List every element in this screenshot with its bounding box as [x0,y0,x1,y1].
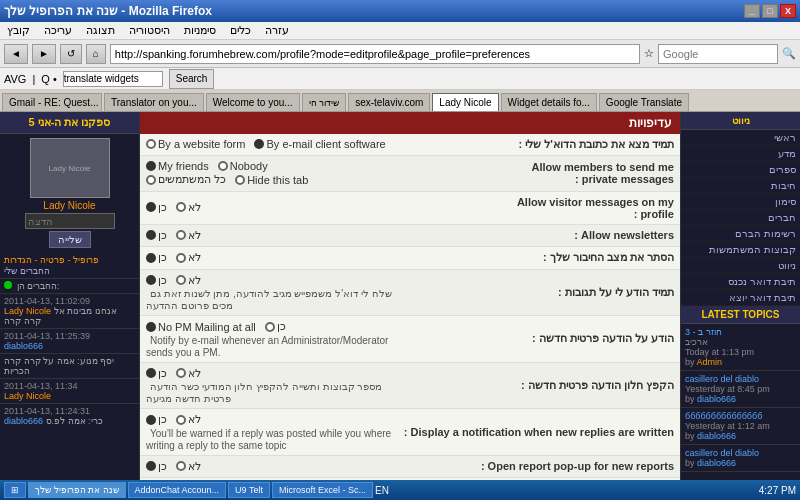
search-button[interactable]: Search [169,69,215,89]
tab-broadcast[interactable]: שידור חי [302,93,347,111]
home-button[interactable]: ⌂ [86,44,106,64]
menu-history[interactable]: היסטוריה [126,24,173,37]
menu-file[interactable]: קובץ [4,24,33,37]
tab-lady-nicole[interactable]: Lady Nicole [432,93,498,111]
tab-welcome[interactable]: Welcome to you... [206,93,300,111]
radio-hide-tab[interactable]: Hide this tab [235,174,308,186]
topic-by-1: by Admin [685,357,796,367]
latest-topics-title: LATEST TOPICS [681,306,800,324]
table-row: Allow visitor messages on myprofile : כן… [140,191,680,224]
menu-edit[interactable]: עריכה [41,24,75,37]
radio-my-friends[interactable]: My friends [146,160,209,172]
tab-google-translate[interactable]: Google Translate [599,93,689,111]
friends-link[interactable]: החברים שלי [4,266,50,276]
chat-entry-1: 2011-04-13, 11:02:09 Lady Nicole אנחנו מ… [0,293,139,328]
toolbar-q: Q • [41,73,56,85]
menu-help[interactable]: עזרה [262,24,292,37]
radio-nobody[interactable]: Nobody [218,160,268,172]
taskbar-btn-excel[interactable]: Microsoft Excel - Sc... [272,482,373,498]
radio-email-client[interactable]: By e-mail client software [254,138,385,150]
topic-link-3[interactable]: ббббббббббббббб [685,411,796,421]
star-icon[interactable]: ☆ [644,47,654,60]
sidebar-left: ספקנו את ה-אני 5 Lady Nicole Lady Nicole… [0,112,140,480]
radio-yes-hide[interactable]: כן [146,251,167,264]
radio-yes-notify[interactable]: כן [146,274,167,287]
sidebar-header: ספקנו את ה-אני 5 [0,112,139,134]
radio-dot [146,161,156,171]
radio-yes-report[interactable]: כן [146,460,167,473]
topic-link-1[interactable]: חוזר ב - 3 [685,327,796,337]
radio-no-report[interactable]: לא [176,460,201,473]
radio-yes-newsletters[interactable]: כן [146,229,167,242]
radio-yes-pm[interactable]: כן [265,320,286,333]
radio-no-hide[interactable]: לא [176,251,201,264]
minimize-button[interactable]: _ [744,4,760,18]
nav-link-bookmarks[interactable]: סימון [681,194,800,210]
topic-meta-1: ארכיב [685,337,796,347]
radio-no-pm-mailing[interactable]: No PM Mailing at all [146,321,256,333]
forward-button[interactable]: ► [32,44,56,64]
nav-link-nav[interactable]: ניווט [681,258,800,274]
radio-label: By a website form [158,138,245,150]
taskbar-btn-firefox[interactable]: שנה את הפרופיל שלך [28,482,126,498]
nav-link-friend-list[interactable]: רשימות הברם [681,226,800,242]
radio-label: My friends [158,160,209,172]
radio-yes-pm-popup[interactable]: כן [146,367,167,380]
nav-link-books[interactable]: ספרים [681,162,800,178]
radio-no-pm-popup[interactable]: לא [176,367,201,380]
pref-value-newsletters: כן לא [140,224,398,247]
radio-label: כן [158,229,167,242]
sidebar-submit-button[interactable]: שלייה [49,231,91,248]
nav-link-favorites[interactable]: חיבות [681,178,800,194]
start-button[interactable]: ⊞ [4,482,26,498]
nav-link-groups[interactable]: קבוצות המשתמשות [681,242,800,258]
table-row: תמיד הודע לי על תגובות : כן לא שלח לי דו… [140,269,680,316]
sidebar-text-input[interactable] [25,213,115,229]
search-input[interactable] [658,44,778,64]
url-input[interactable] [110,44,640,64]
radio-no-notify[interactable]: לא [176,274,201,287]
tab-widget-details[interactable]: Widget details fo... [501,93,597,111]
radio-dot [146,368,156,378]
translate-input[interactable] [63,71,163,87]
pm-desc: Notify by e-mail whenever an Administrat… [146,333,388,360]
pref-label-newsletters: Allow newsletters : [398,224,680,247]
back-button[interactable]: ◄ [4,44,28,64]
latest-topic-1: חוזר ב - 3 ארכיב Today at 1:13 pm by Adm… [681,324,800,371]
nav-link-outbox[interactable]: תיבת דואר יוצא [681,290,800,306]
topic-link-2[interactable]: casillero del diablo [685,374,796,384]
tab-gmail[interactable]: Gmail - RE: Quest... [2,93,102,111]
nav-link-inbox[interactable]: תיבת דואר נכנס [681,274,800,290]
menu-bookmarks[interactable]: סימניות [181,24,219,37]
nav-link-friends[interactable]: חברים [681,210,800,226]
pref-label-notify-replies: תמיד הודע לי על תגובות : [398,269,680,316]
radio-all-members[interactable]: כל המשתמשים [146,173,226,186]
chat-name-2: diablo666 [4,341,43,351]
close-button[interactable]: X [780,4,796,18]
radio-dot [146,322,156,332]
reload-button[interactable]: ↺ [60,44,82,64]
menu-view[interactable]: תצוגה [83,24,118,37]
table-row: Open report pop-up for new reports : כן … [140,455,680,478]
radio-no-notif[interactable]: לא [176,413,201,426]
online-label: החברים הן: [17,281,60,291]
maximize-button[interactable]: □ [762,4,778,18]
nav-link-main[interactable]: ראשי [681,130,800,146]
table-row: תמיד מצא את כתובת הדוא'ל שלי : By a webs… [140,134,680,156]
tab-translator[interactable]: Translator on you... [104,93,204,111]
taskbar-btn-addonchat[interactable]: AddonChat Accoun... [128,482,227,498]
radio-website-form[interactable]: By a website form [146,138,245,150]
radio-label: לא [188,229,201,242]
taskbar-icons: EN [375,485,389,496]
radio-no-visitor[interactable]: לא [176,201,201,214]
topic-link-4[interactable]: casillero del diablo [685,448,796,458]
menu-tools[interactable]: כלים [227,24,254,37]
taskbar-btn-u9[interactable]: U9 Telt [228,482,270,498]
content-area: ספקנו את ה-אני 5 Lady Nicole Lady Nicole… [0,112,800,480]
radio-no-newsletters[interactable]: לא [176,229,201,242]
radio-yes-notif[interactable]: כן [146,413,167,426]
tab-sex-telaviv[interactable]: sex-telaviv.com [348,93,430,111]
nav-link-science[interactable]: מדע [681,146,800,162]
radio-yes-visitor[interactable]: כן [146,201,167,214]
pref-value-visitor: כן לא [140,191,398,224]
